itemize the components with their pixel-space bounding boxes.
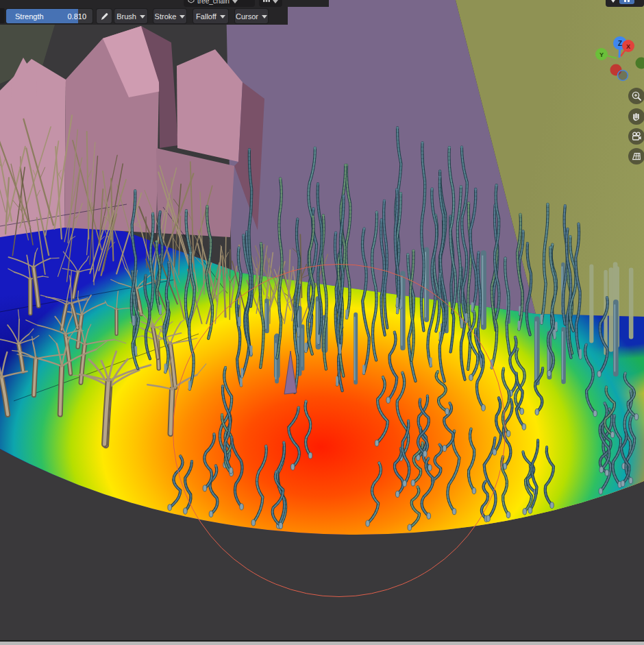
blender-viewport-window: tree_chain Strength 0.810 Br bbox=[0, 0, 644, 645]
strength-value: 0.810 bbox=[67, 12, 86, 21]
menu-cursor[interactable]: Cursor bbox=[235, 9, 268, 23]
chevron-down-icon bbox=[140, 15, 145, 19]
viewport-overlay-widget[interactable] bbox=[606, 0, 644, 7]
menu-falloff[interactable]: Falloff bbox=[193, 9, 228, 23]
purple-cone-plant[interactable] bbox=[284, 351, 297, 394]
brush-tool-button[interactable] bbox=[97, 9, 112, 23]
ortho-grid-button[interactable] bbox=[628, 148, 644, 165]
menu-stroke[interactable]: Stroke bbox=[153, 9, 186, 23]
camera-view-icon bbox=[631, 131, 642, 142]
datablock-selector[interactable]: tree_chain bbox=[184, 0, 255, 7]
chevron-down-icon bbox=[220, 15, 225, 19]
bottom-edge-bar bbox=[0, 642, 644, 645]
gizmo-axis-neg-y[interactable] bbox=[636, 58, 644, 69]
menu-stroke-label: Stroke bbox=[155, 12, 177, 21]
chevron-down-icon bbox=[273, 0, 278, 3]
zoom-button[interactable] bbox=[628, 88, 644, 104]
navigation-gizmo[interactable]: Z X Y bbox=[582, 29, 644, 90]
cursor-arrow-icon bbox=[610, 0, 617, 3]
datablock-name: tree_chain bbox=[197, 0, 230, 5]
dead-trees[interactable] bbox=[0, 248, 206, 446]
gizmo-x-label: X bbox=[626, 43, 630, 50]
gizmo-z-label: Z bbox=[618, 40, 622, 47]
strength-label: Strength bbox=[15, 12, 44, 21]
mesh-cube-icon bbox=[188, 0, 195, 3]
menu-brush[interactable]: Brush bbox=[114, 9, 147, 23]
pencil-icon bbox=[99, 12, 109, 21]
menu-falloff-label: Falloff bbox=[196, 12, 216, 21]
pan-hand-icon bbox=[631, 111, 642, 122]
menu-brush-label: Brush bbox=[116, 12, 136, 21]
menu-cursor-label: Cursor bbox=[236, 12, 258, 21]
viewport-3d-canvas[interactable] bbox=[0, 0, 644, 645]
ortho-grid-icon bbox=[631, 151, 642, 162]
shading-matcap-button[interactable] bbox=[259, 0, 282, 7]
overlay-blue-badge bbox=[619, 0, 634, 4]
rock-formation[interactable] bbox=[0, 26, 264, 237]
chevron-down-icon bbox=[262, 15, 267, 19]
zoom-in-icon bbox=[631, 90, 642, 101]
distant-trunks[interactable] bbox=[591, 265, 631, 354]
gizmo-axis-neg-z[interactable] bbox=[618, 71, 628, 81]
pan-button[interactable] bbox=[628, 108, 644, 125]
strength-slider[interactable]: Strength 0.810 bbox=[6, 9, 92, 23]
gizmo-y-label: Y bbox=[599, 51, 604, 58]
chevron-down-icon bbox=[232, 0, 238, 3]
camera-view-button[interactable] bbox=[628, 128, 644, 145]
chevron-down-icon bbox=[179, 15, 185, 19]
matcap-grid-icon bbox=[263, 0, 270, 3]
